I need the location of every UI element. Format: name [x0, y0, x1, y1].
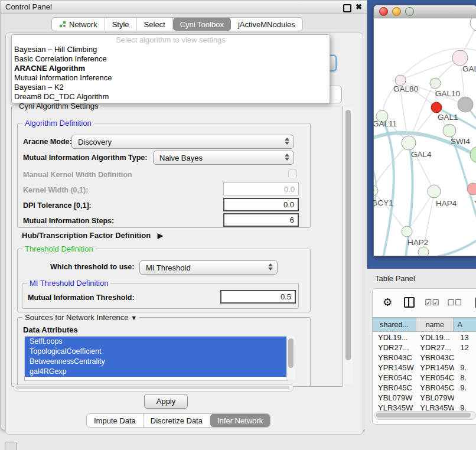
network-node-gal1[interactable]	[431, 102, 442, 113]
table-horizontal-scrollbar[interactable]	[374, 411, 476, 420]
close-window-icon[interactable]	[379, 7, 388, 16]
network-edge[interactable]	[382, 118, 394, 256]
attribute-item-selfloops[interactable]: SelfLoops	[25, 337, 287, 347]
network-node[interactable]	[470, 146, 476, 163]
network-window-titlebar[interactable]	[374, 5, 476, 18]
manual-kernel-width-checkbox[interactable]	[288, 169, 297, 178]
dropdown-item-aracne-algorithm[interactable]: ARACNE Algorithm	[12, 64, 330, 73]
minimize-window-icon[interactable]	[392, 7, 401, 16]
apply-button[interactable]: Apply	[144, 394, 188, 409]
hub-definition-toggle[interactable]: Hub/Transcription Factor Definition ▶	[22, 231, 163, 240]
kernel-width-field[interactable]: 0.0	[223, 182, 299, 195]
mi-threshold-definition-title: MI Threshold Definition	[27, 279, 110, 288]
dropdown-item-mutual-information-inference[interactable]: Mutual Information Inference	[12, 73, 330, 83]
spinner-arrows-icon	[285, 154, 289, 161]
tab-label: Network	[69, 20, 97, 29]
aracne-mode-combo[interactable]: Discovery	[71, 135, 294, 149]
network-node-y[interactable]	[467, 183, 476, 195]
bottom-tab-impute-data[interactable]: Impute Data	[87, 414, 144, 427]
mi-algorithm-type-label: Mutual Information Algorithm Type:	[23, 154, 147, 162]
dpi-tolerance-field[interactable]: 0.0	[223, 198, 299, 211]
control-panel-title: Control Panel	[5, 2, 52, 11]
table-cell: 8.	[454, 373, 476, 383]
column-header-shared[interactable]: shared...	[373, 317, 416, 332]
dropdown-item-bayesian-k2[interactable]: Bayesian – K2	[12, 83, 330, 92]
algorithm-definition-title: Algorithm Definition	[22, 119, 94, 128]
table-card: ⚙ ☑☑ ☐☐ shared...nameA YDL19...YDL19...1…	[372, 288, 476, 425]
settings-vertical-scrollbar[interactable]	[344, 108, 353, 383]
tab-select[interactable]: Select	[137, 18, 173, 31]
attribute-item-gal4rgexp[interactable]: gal4RGexp	[25, 367, 287, 377]
table-row[interactable]: YBR043CYBR043C	[373, 353, 476, 363]
bottom-tab-discretize-data[interactable]: Discretize Data	[144, 414, 210, 427]
table-row[interactable]: YLR345WYLR345W9.	[373, 403, 476, 412]
network-edge[interactable]	[431, 238, 476, 256]
settings-vertical-scrollbar-thumb[interactable]	[345, 110, 351, 360]
network-node[interactable]	[458, 97, 473, 112]
control-panel-titlebar[interactable]: Control Panel ✖	[1, 1, 367, 14]
bottom-tab-infer-network[interactable]: Infer Network	[210, 414, 270, 427]
network-node-swi4[interactable]	[443, 124, 456, 137]
network-node-gcy1[interactable]	[374, 185, 378, 196]
table-cell: YBR045C	[373, 383, 418, 393]
table-cell: YER054C	[418, 373, 454, 383]
dropdown-placeholder: Select algorithm to view settings	[12, 35, 330, 45]
column-header-a[interactable]: A	[454, 317, 476, 332]
main-tabbar: NetworkStyleSelectCyni ToolboxjActiveMNo…	[51, 17, 303, 31]
settings-horizontal-scrollbar-thumb[interactable]	[15, 386, 289, 389]
select-all-checks-icon[interactable]: ☑☑	[425, 298, 439, 307]
gear-icon[interactable]: ⚙	[383, 296, 392, 309]
dropdown-item-bayesian-hill-climbing[interactable]: Bayesian – Hill Climbing	[12, 45, 330, 54]
split-columns-icon[interactable]	[404, 297, 415, 308]
mi-algorithm-type-combo[interactable]: Naive Bayes	[153, 151, 294, 165]
table-row[interactable]: YBL079WYBL079W	[373, 393, 476, 403]
table-cell: YDR27...	[418, 343, 454, 353]
network-node-hap2[interactable]	[402, 226, 412, 237]
table-row[interactable]: YDR27...YDR27...12	[373, 343, 476, 353]
table-row[interactable]: YPR145WYPR145W9.	[373, 363, 476, 373]
attribute-item-betweennesscentrality[interactable]: BetweennessCentrality	[25, 357, 287, 367]
data-attributes-list[interactable]: SelfLoopsTopologicalCoefficientBetweenne…	[24, 336, 288, 381]
threshold-definition-title: Threshold Definition	[22, 244, 96, 253]
network-icon	[59, 21, 66, 28]
aracne-mode-value: Discovery	[78, 138, 112, 146]
network-node-gal4[interactable]	[402, 136, 416, 150]
settings-horizontal-scrollbar[interactable]	[14, 384, 294, 392]
close-icon[interactable]: ✖	[356, 2, 362, 11]
network-node-gal10[interactable]	[430, 78, 441, 89]
network-graph[interactable]: GAL7GAL80GAL10GAL1GAL11SWI4GAL4GCY1HAP4Y…	[374, 18, 476, 256]
network-node-label: SWI4	[451, 137, 470, 146]
network-node-gal7[interactable]	[452, 50, 468, 66]
tab-network[interactable]: Network	[52, 18, 105, 31]
table-cell: 9.	[454, 383, 476, 393]
attributes-scrollbar[interactable]	[286, 336, 295, 380]
table-row[interactable]: YBR045CYBR045C9.	[373, 383, 476, 393]
attribute-item-topologicalcoefficient[interactable]: TopologicalCoefficient	[25, 347, 287, 357]
mi-algorithm-type-value: Naive Bayes	[159, 154, 203, 162]
chevron-down-icon[interactable]: ▼	[131, 314, 137, 321]
network-node-hap4[interactable]	[428, 185, 441, 198]
zoom-window-icon[interactable]	[405, 7, 414, 16]
attributes-scrollbar-thumb[interactable]	[288, 338, 294, 368]
mi-steps-label: Mutual Information Steps:	[23, 217, 114, 225]
mi-steps-field[interactable]: 6	[223, 213, 299, 227]
collapsed-panel-icon[interactable]	[5, 442, 17, 450]
bottom-tabbar: Impute DataDiscretize DataInfer Network	[86, 413, 270, 428]
table-toolbar: ⚙ ☑☑ ☐☐	[373, 289, 476, 316]
which-threshold-combo[interactable]: MI Threshold	[139, 260, 278, 275]
table-row[interactable]: YER054CYER054C8.	[373, 373, 476, 383]
mi-threshold-field[interactable]: 0.5	[220, 290, 296, 304]
column-header-name[interactable]: name	[416, 317, 454, 332]
dropdown-item-basic-correlation-inference[interactable]: Basic Correlation Inference	[12, 54, 330, 64]
network-node[interactable]	[418, 247, 429, 256]
float-window-icon[interactable]	[343, 4, 351, 12]
algorithm-dropdown-popup: Select algorithm to view settings Bayesi…	[11, 34, 330, 103]
table-horizontal-scrollbar-thumb[interactable]	[376, 413, 471, 418]
dropdown-item-dream8-dc-tdc-algorithm[interactable]: Dream8 DC_TDC Algorithm	[12, 92, 330, 102]
tab-cyni-toolbox[interactable]: Cyni Toolbox	[173, 18, 231, 31]
tab-style[interactable]: Style	[105, 18, 137, 31]
network-node[interactable]	[470, 18, 476, 31]
tab-jactivemnodules[interactable]: jActiveMNodules	[231, 18, 302, 31]
table-row[interactable]: YDL19...YDL19...13	[373, 332, 476, 343]
deselect-all-checks-icon[interactable]: ☐☐	[447, 298, 462, 307]
